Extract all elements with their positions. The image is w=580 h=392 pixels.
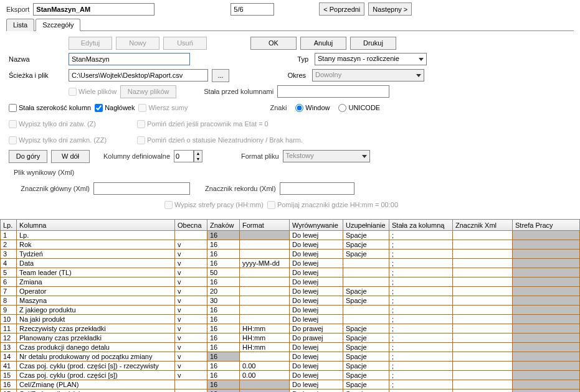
- znacznik-gl-input[interactable]: [93, 182, 190, 195]
- tab-szczegoly[interactable]: Szczegóły: [36, 19, 80, 31]
- table-cell[interactable]: [453, 371, 513, 380]
- table-cell[interactable]: Rzeczywisty czas przekładki: [17, 324, 175, 334]
- table-cell[interactable]: ;: [389, 371, 453, 380]
- table-cell[interactable]: Nr detalu produkowany od początku zmiany: [17, 352, 175, 362]
- table-cell[interactable]: Do lewej: [290, 352, 343, 362]
- table-cell[interactable]: [175, 380, 207, 390]
- table-cell[interactable]: [513, 315, 580, 324]
- table-cell[interactable]: ;: [389, 259, 453, 268]
- table-cell[interactable]: ;: [389, 390, 453, 393]
- table-row[interactable]: 12Planowany czas przekładkiv16HH:mmDo pr…: [1, 334, 580, 343]
- table-cell[interactable]: v: [175, 324, 207, 334]
- drukuj-button[interactable]: Drukuj: [350, 37, 396, 50]
- table-cell[interactable]: [453, 287, 513, 296]
- table-row[interactable]: 1Lp.16Do lewejSpacje;: [1, 231, 580, 240]
- table-cell[interactable]: [453, 259, 513, 268]
- sciezka-input[interactable]: [69, 69, 208, 82]
- table-cell[interactable]: HH:mm: [240, 343, 290, 352]
- table-cell[interactable]: ;: [389, 315, 453, 324]
- table-cell[interactable]: [453, 296, 513, 306]
- table-cell[interactable]: v: [175, 352, 207, 362]
- table-cell[interactable]: 16: [207, 278, 240, 287]
- table-cell[interactable]: 16: [207, 352, 240, 362]
- table-cell[interactable]: Do lewej: [290, 259, 343, 268]
- table-row[interactable]: 6Zmianav16Do lewej;: [1, 278, 580, 287]
- table-row[interactable]: 16Cel/Zmianę (PLAN)16Do lewejSpacje;: [1, 380, 580, 390]
- table-row[interactable]: 11Rzeczywisty czas przekładkiv16HH:mmDo …: [1, 324, 580, 334]
- table-cell[interactable]: [513, 352, 580, 362]
- table-cell[interactable]: [240, 352, 290, 362]
- table-cell[interactable]: [453, 315, 513, 324]
- table-cell[interactable]: 3: [1, 250, 17, 259]
- table-cell[interactable]: [513, 259, 580, 268]
- table-cell[interactable]: [453, 250, 513, 259]
- okres-select[interactable]: Dowolny: [312, 69, 424, 82]
- table-cell[interactable]: [513, 371, 580, 380]
- export-name-input[interactable]: [33, 3, 155, 16]
- table-cell[interactable]: Planowany czas przekładki: [17, 334, 175, 343]
- table-cell[interactable]: v: [175, 296, 207, 306]
- table-cell[interactable]: Maszyna: [17, 296, 175, 306]
- table-cell[interactable]: ;: [389, 334, 453, 343]
- table-cell[interactable]: [240, 231, 290, 240]
- page-indicator[interactable]: [231, 3, 274, 16]
- table-cell[interactable]: ;: [389, 380, 453, 390]
- anuluj-button[interactable]: Anuluj: [300, 37, 346, 50]
- table-cell[interactable]: [343, 259, 389, 268]
- table-cell[interactable]: Rok: [17, 240, 175, 250]
- table-cell[interactable]: v: [175, 259, 207, 268]
- table-cell[interactable]: Czas poj. cyklu (prod. części [s]): [17, 371, 175, 380]
- table-cell[interactable]: 16: [207, 315, 240, 324]
- table-cell[interactable]: Do prawej: [290, 324, 343, 334]
- table-cell[interactable]: [513, 362, 580, 371]
- table-cell[interactable]: 14: [1, 352, 17, 362]
- table-cell[interactable]: Spacje: [343, 343, 389, 352]
- table-cell[interactable]: v: [175, 362, 207, 371]
- col-header[interactable]: Stała za kolumną: [389, 220, 453, 231]
- nazwa-input[interactable]: [69, 53, 190, 65]
- table-cell[interactable]: 41: [1, 362, 17, 371]
- table-cell[interactable]: Do lewej: [290, 231, 343, 240]
- table-cell[interactable]: [453, 231, 513, 240]
- table-cell[interactable]: ;: [389, 250, 453, 259]
- table-cell[interactable]: ;: [389, 287, 453, 296]
- table-cell[interactable]: 11: [1, 324, 17, 334]
- table-row[interactable]: 17Cel/Zmianę (Ludzie)16Do lewejSpacje;: [1, 390, 580, 393]
- table-cell[interactable]: v: [175, 268, 207, 278]
- table-row[interactable]: 4Datav16yyyy-MM-ddDo lewej;: [1, 259, 580, 268]
- table-cell[interactable]: [513, 250, 580, 259]
- table-cell[interactable]: [453, 390, 513, 393]
- table-cell[interactable]: [453, 362, 513, 371]
- table-cell[interactable]: [513, 240, 580, 250]
- table-cell[interactable]: [240, 306, 290, 315]
- table-cell[interactable]: Tydzień: [17, 250, 175, 259]
- table-cell[interactable]: Team leader (TL): [17, 268, 175, 278]
- table-cell[interactable]: [453, 380, 513, 390]
- table-cell[interactable]: [453, 240, 513, 250]
- table-row[interactable]: 5Team leader (TL)v50Do lewej;: [1, 268, 580, 278]
- table-cell[interactable]: [343, 278, 389, 287]
- table-cell[interactable]: 16: [207, 259, 240, 268]
- table-cell[interactable]: ;: [389, 324, 453, 334]
- table-cell[interactable]: 2: [1, 240, 17, 250]
- table-cell[interactable]: [513, 334, 580, 343]
- table-cell[interactable]: Cel/Zmianę (PLAN): [17, 380, 175, 390]
- table-cell[interactable]: 0.00: [240, 362, 290, 371]
- table-cell[interactable]: ;: [389, 268, 453, 278]
- table-row[interactable]: 7Operatorv20Do lewejSpacje;: [1, 287, 580, 296]
- table-cell[interactable]: Do lewej: [290, 380, 343, 390]
- table-row[interactable]: 2Rokv16Do lewejSpacje;: [1, 240, 580, 250]
- table-cell[interactable]: v: [175, 334, 207, 343]
- col-header[interactable]: Format: [240, 220, 290, 231]
- table-cell[interactable]: 16: [207, 231, 240, 240]
- table-cell[interactable]: 15: [1, 371, 17, 380]
- table-cell[interactable]: ;: [389, 278, 453, 287]
- table-cell[interactable]: Spacje: [343, 324, 389, 334]
- table-cell[interactable]: 4: [1, 259, 17, 268]
- table-cell[interactable]: [240, 380, 290, 390]
- table-cell[interactable]: 6: [1, 278, 17, 287]
- table-cell[interactable]: 16: [207, 306, 240, 315]
- table-cell[interactable]: HH:mm: [240, 334, 290, 343]
- stala-przed-input[interactable]: [277, 85, 389, 98]
- table-cell[interactable]: ;: [389, 231, 453, 240]
